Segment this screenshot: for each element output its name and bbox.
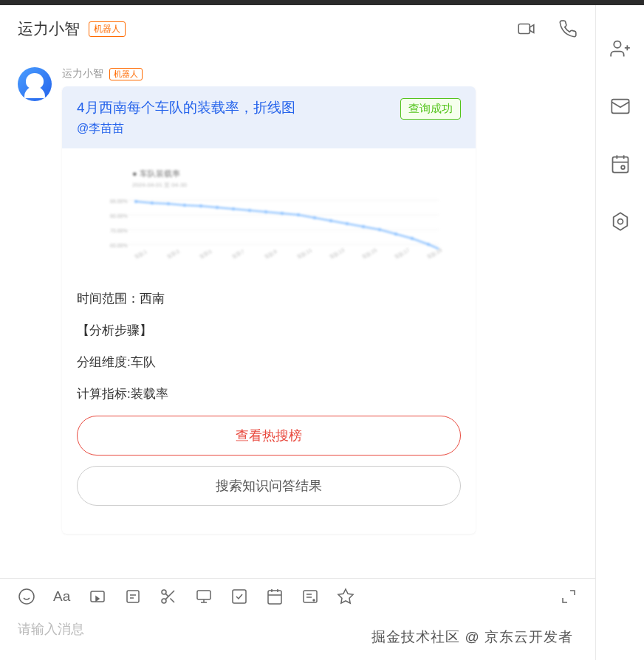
svg-point-19 (264, 210, 267, 213)
phone-call-icon[interactable] (558, 19, 578, 38)
svg-point-14 (183, 204, 186, 207)
expand-icon[interactable] (560, 588, 578, 605)
svg-point-21 (297, 213, 300, 216)
svg-text:车队1: 车队1 (134, 248, 148, 259)
svg-point-73 (621, 165, 625, 169)
svg-text:车队15: 车队15 (361, 247, 377, 259)
svg-text:车队13: 车队13 (329, 247, 345, 259)
svg-rect-69 (612, 157, 628, 173)
note-icon[interactable] (124, 588, 142, 605)
input-toolbar: Aa (0, 578, 595, 614)
svg-point-23 (329, 219, 332, 222)
info-steps-header: 【分析步骤】 (77, 320, 461, 340)
chart-preview[interactable]: ● 车队装载率 2024-04-01 至 04-30 88.00% 80.00%… (62, 148, 476, 289)
svg-text:车队11: 车队11 (296, 247, 312, 259)
message-bubble: 4月西南每个车队的装载率，折线图 @李苗苗 查询成功 ● 车队装载率 2024-… (62, 86, 476, 534)
svg-rect-44 (127, 591, 139, 602)
svg-text:80.00%: 80.00% (110, 213, 128, 219)
svg-text:● 车队装载率: ● 车队装载率 (132, 169, 180, 178)
svg-marker-64 (338, 589, 353, 603)
svg-text:车队9: 车队9 (264, 248, 278, 259)
video-call-icon[interactable] (517, 19, 536, 38)
svg-point-27 (394, 233, 397, 236)
svg-rect-52 (197, 591, 210, 599)
svg-point-63 (313, 599, 315, 601)
info-metric: 计算指标:装载率 (77, 384, 461, 404)
info-time-range: 时间范围：西南 (77, 289, 461, 309)
reply-icon[interactable] (89, 588, 106, 605)
screen-icon[interactable] (195, 588, 213, 605)
svg-point-47 (162, 590, 166, 594)
svg-point-26 (378, 228, 381, 231)
search-knowledge-button[interactable]: 搜索知识问答结果 (77, 466, 461, 506)
bot-avatar[interactable] (18, 67, 52, 101)
svg-text:88.00%: 88.00% (110, 199, 128, 204)
svg-point-24 (346, 222, 349, 225)
svg-point-13 (167, 202, 170, 205)
svg-rect-0 (518, 24, 530, 34)
scissors-icon[interactable] (160, 588, 177, 605)
svg-point-15 (199, 204, 202, 207)
list-icon[interactable] (301, 588, 319, 605)
view-hot-search-button[interactable]: 查看热搜榜 (77, 416, 461, 456)
svg-line-51 (165, 594, 168, 597)
msg-sender-name: 运力小智 (62, 67, 103, 80)
settings-icon[interactable] (610, 211, 631, 232)
svg-text:车队3: 车队3 (166, 248, 180, 259)
svg-text:70.00%: 70.00% (110, 228, 128, 233)
svg-point-75 (617, 219, 623, 224)
svg-point-22 (313, 216, 316, 219)
calendar-sidebar-icon[interactable] (610, 154, 631, 174)
svg-point-20 (281, 212, 284, 215)
svg-rect-56 (268, 591, 281, 604)
svg-point-40 (19, 589, 34, 604)
svg-rect-68 (612, 100, 628, 114)
add-contact-icon[interactable] (610, 38, 631, 59)
svg-text:车队17: 车队17 (394, 247, 410, 259)
input-placeholder: 请输入消息 (18, 622, 84, 636)
svg-point-17 (232, 207, 235, 210)
svg-point-25 (362, 225, 365, 228)
svg-text:车队19: 车队19 (426, 247, 442, 259)
watermark-text: 掘金技术社区 @ 京东云开发者 (371, 628, 573, 647)
info-group: 分组维度:车队 (77, 352, 461, 372)
svg-rect-55 (233, 590, 246, 603)
svg-point-65 (614, 41, 620, 48)
svg-point-29 (427, 243, 430, 246)
checkbox-icon[interactable] (230, 588, 248, 605)
chat-title: 运力小智 (18, 18, 80, 39)
query-status-badge: 查询成功 (400, 98, 461, 120)
message-input-area[interactable]: 请输入消息 掘金技术社区 @ 京东云开发者 (0, 614, 595, 660)
msg-bot-tag: 机器人 (109, 68, 143, 80)
messages-area: 运力小智 机器人 4月西南每个车队的装载率，折线图 @李苗苗 查询成功 (0, 52, 595, 578)
bubble-mention[interactable]: @李苗苗 (77, 121, 461, 137)
emoji-icon[interactable] (18, 588, 35, 605)
svg-line-50 (170, 598, 174, 602)
svg-point-11 (134, 200, 137, 203)
font-icon[interactable]: Aa (53, 588, 71, 605)
calendar-icon[interactable] (266, 588, 284, 605)
star-icon[interactable] (337, 588, 354, 605)
svg-point-28 (411, 237, 414, 240)
svg-marker-74 (613, 213, 627, 230)
svg-text:2024-04-01 至 04-30: 2024-04-01 至 04-30 (132, 182, 187, 188)
right-sidebar (596, 5, 644, 660)
svg-point-12 (151, 202, 154, 204)
svg-text:车队5: 车队5 (199, 248, 213, 259)
chat-header: 运力小智 机器人 (0, 5, 595, 52)
svg-point-18 (248, 209, 251, 212)
mail-icon[interactable] (610, 96, 631, 117)
svg-point-48 (162, 599, 166, 603)
svg-text:车队7: 车队7 (231, 248, 245, 259)
svg-text:60.00%: 60.00% (110, 243, 128, 248)
svg-point-16 (216, 206, 219, 209)
bot-tag: 机器人 (89, 21, 126, 37)
